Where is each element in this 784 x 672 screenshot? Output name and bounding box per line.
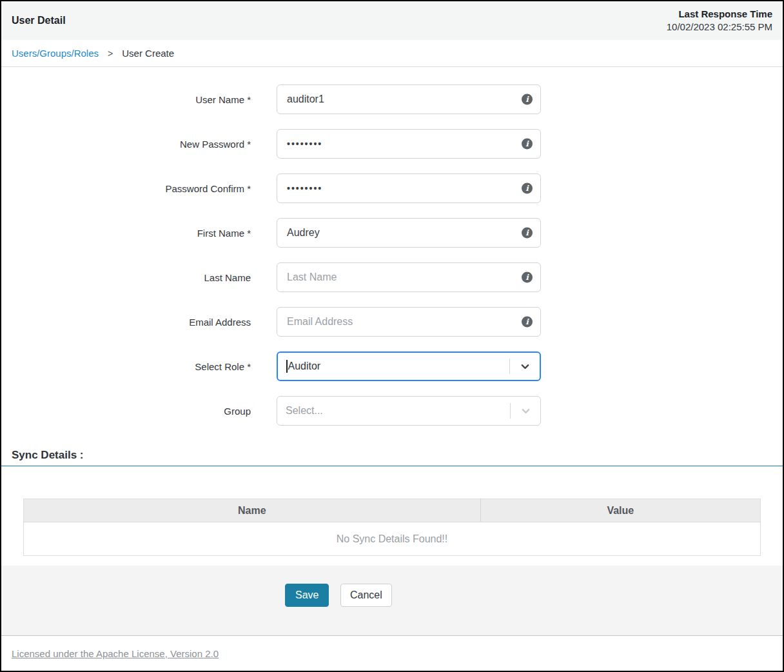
last-name-input[interactable] (277, 262, 541, 292)
email-input-wrap: i (277, 307, 541, 337)
info-icon[interactable]: i (522, 94, 533, 105)
form-row-last-name: Last Name i (1, 262, 783, 292)
group-select-placeholder: Select... (286, 405, 323, 417)
new-password-input[interactable] (277, 129, 541, 159)
breadcrumb-separator: > (108, 48, 113, 59)
chevron-down-icon[interactable] (510, 361, 540, 373)
column-header-name: Name (24, 499, 481, 522)
username-label: User Name * (1, 94, 251, 105)
last-name-label: Last Name (1, 272, 251, 283)
sync-details-section: Sync Details : Name Value No Sync Detail… (1, 426, 783, 556)
form-row-password-confirm: Password Confirm * i (1, 173, 783, 203)
save-button[interactable]: Save (285, 584, 329, 607)
breadcrumb: Users/Groups/Roles > User Create (1, 40, 783, 67)
user-detail-page: User Detail Last Response Time 10/02/202… (0, 0, 784, 672)
form-row-email: Email Address i (1, 307, 783, 337)
password-confirm-input[interactable] (277, 173, 541, 203)
username-input[interactable] (277, 84, 541, 114)
text-cursor (286, 360, 288, 373)
sync-details-divider (1, 466, 783, 466)
top-header: User Detail Last Response Time 10/02/202… (1, 1, 783, 40)
form-action-bar: Save Cancel (1, 566, 783, 635)
column-header-value: Value (480, 499, 760, 522)
sync-details-heading: Sync Details : (12, 449, 772, 462)
username-input-wrap: i (277, 84, 541, 114)
info-icon[interactable]: i (522, 228, 533, 239)
info-icon[interactable]: i (522, 183, 533, 194)
new-password-input-wrap: i (277, 129, 541, 159)
last-response-time: Last Response Time 10/02/2023 02:25:55 P… (667, 8, 772, 34)
page-footer: Licensed under the Apache License, Versi… (1, 635, 783, 671)
role-select[interactable]: Auditor (277, 351, 541, 381)
user-create-form: User Name * i New Password * i Password … (1, 67, 783, 426)
page-title: User Detail (12, 15, 66, 26)
role-select-value-area[interactable]: Auditor (278, 360, 509, 373)
email-field[interactable] (277, 307, 541, 337)
group-label: Group (1, 406, 251, 417)
new-password-label: New Password * (1, 139, 251, 150)
role-select-value: Auditor (288, 361, 321, 372)
chevron-down-icon[interactable] (511, 405, 540, 417)
form-row-select-role: Select Role * Auditor (1, 351, 783, 381)
table-header-row: Name Value (24, 499, 761, 522)
password-confirm-label: Password Confirm * (1, 183, 251, 194)
info-icon[interactable]: i (522, 317, 533, 328)
form-row-group: Group Select... (1, 396, 783, 426)
group-select-value-area[interactable]: Select... (277, 405, 510, 417)
empty-message: No Sync Details Found!! (24, 522, 761, 556)
first-name-label: First Name * (1, 228, 251, 239)
email-label: Email Address (1, 317, 251, 328)
sync-details-table: Name Value No Sync Details Found!! (23, 499, 761, 556)
form-row-username: User Name * i (1, 84, 783, 114)
select-role-label: Select Role * (1, 361, 251, 372)
last-response-time-label: Last Response Time (667, 8, 772, 21)
cancel-button[interactable]: Cancel (340, 584, 392, 607)
group-select[interactable]: Select... (277, 396, 541, 426)
breadcrumb-current: User Create (122, 48, 174, 59)
sync-details-table-wrap: Name Value No Sync Details Found!! (23, 499, 761, 556)
last-name-input-wrap: i (277, 262, 541, 292)
first-name-input[interactable] (277, 218, 541, 248)
password-confirm-input-wrap: i (277, 173, 541, 203)
last-response-time-value: 10/02/2023 02:25:55 PM (667, 21, 772, 34)
first-name-input-wrap: i (277, 218, 541, 248)
table-empty-row: No Sync Details Found!! (24, 522, 761, 556)
breadcrumb-link-users-groups-roles[interactable]: Users/Groups/Roles (12, 48, 99, 59)
form-row-new-password: New Password * i (1, 129, 783, 159)
info-icon[interactable]: i (522, 139, 533, 150)
license-link[interactable]: Licensed under the Apache License, Versi… (12, 648, 219, 659)
info-icon[interactable]: i (522, 272, 533, 283)
form-row-first-name: First Name * i (1, 218, 783, 248)
